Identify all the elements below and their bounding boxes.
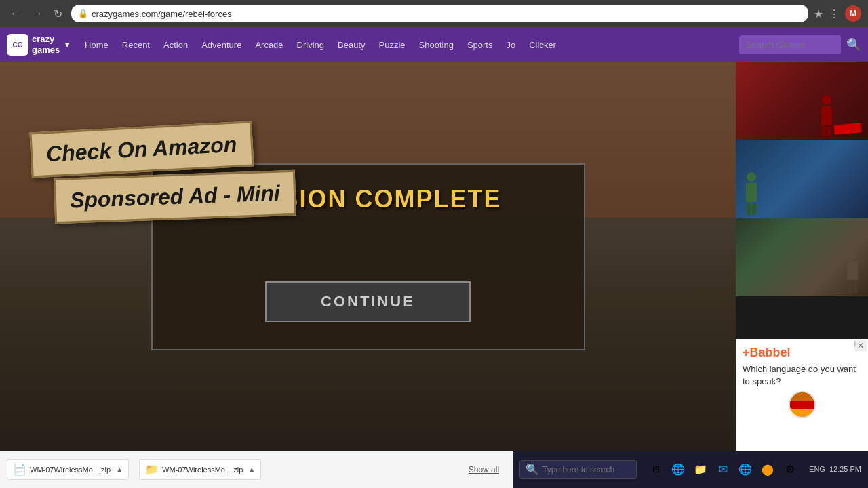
url-text: crazygames.com/game/rebel-forces xyxy=(92,9,232,19)
nav-beauty[interactable]: Beauty xyxy=(331,40,372,50)
reload-button[interactable]: ↻ xyxy=(50,6,66,22)
game-area: Check On Amazon Sponsored Ad - Mini MISS… xyxy=(0,62,736,451)
taskbar-search-input[interactable] xyxy=(542,465,631,474)
download-chevron-1[interactable]: ▲ xyxy=(116,466,123,473)
logo-text: crazy games xyxy=(32,34,60,55)
browser-icon[interactable]: 🌐 xyxy=(735,460,755,480)
user-avatar[interactable]: M xyxy=(845,5,861,22)
mail-icon[interactable]: ✉ xyxy=(713,460,733,480)
ad-panel: ✕ i +Babbel Which language do you want t… xyxy=(736,339,868,451)
ad-tagline: Which language do you want to speak? xyxy=(743,363,861,388)
game-thumbnail-3[interactable] xyxy=(736,218,868,296)
download-item-2[interactable]: 📁 WM-07WirelessMo....zip ▲ xyxy=(139,459,261,480)
ad-flag xyxy=(789,391,816,418)
search-icon[interactable]: 🔍 xyxy=(846,37,861,52)
nav-sports[interactable]: Sports xyxy=(460,40,500,50)
download-item-1[interactable]: 📄 WM-07WirelessMo....zip ▲ xyxy=(7,459,129,480)
download-name-2: WM-07WirelessMo....zip xyxy=(162,466,243,474)
lang-indicator: ENG xyxy=(809,465,825,473)
taskview-icon[interactable]: ⊞ xyxy=(646,460,666,480)
taskbar-search-area: 🔍 xyxy=(519,460,637,479)
sys-tray: ENG 12:25 PM xyxy=(809,464,861,474)
nav-action[interactable]: Action xyxy=(157,40,195,50)
forward-button[interactable]: → xyxy=(28,6,46,21)
win-taskbar-icons: ⊞ 🌐 📁 ✉ 🌐 ⬤ ⚙ xyxy=(642,460,804,480)
search-input[interactable] xyxy=(739,35,841,54)
continue-button[interactable]: CONTINUE xyxy=(265,281,471,322)
explorer-icon[interactable]: 📁 xyxy=(690,460,711,480)
show-all-button[interactable]: Show all xyxy=(469,465,499,474)
download-file-icon-1: 📄 xyxy=(13,463,26,476)
download-zip-icon-2: 📁 xyxy=(145,463,159,476)
profile-icon[interactable]: ⋮ xyxy=(829,7,840,20)
ad-close-button[interactable]: ✕ xyxy=(854,340,867,351)
nav-bar: CG crazy games ▼ Home Recent Action Adve… xyxy=(0,27,868,62)
sidebar-thumbnails: ✕ i +Babbel Which language do you want t… xyxy=(736,62,868,451)
nav-puzzle[interactable]: Puzzle xyxy=(372,40,412,50)
edge-icon[interactable]: 🌐 xyxy=(668,460,688,480)
download-bar: 📄 WM-07WirelessMo....zip ▲ 📁 WM-07Wirele… xyxy=(0,451,513,488)
full-taskbar: 📄 WM-07WirelessMo....zip ▲ 📁 WM-07Wirele… xyxy=(0,451,868,488)
game-overlay: Check On Amazon Sponsored Ad - Mini MISS… xyxy=(0,62,736,451)
logo-area[interactable]: CG crazy games ▼ xyxy=(7,34,71,56)
game-thumbnail-1[interactable] xyxy=(736,62,868,140)
ad-panel-content: ✕ i +Babbel Which language do you want t… xyxy=(736,339,868,451)
ad-brand: +Babbel xyxy=(743,346,861,360)
game-thumbnail-2[interactable] xyxy=(736,140,868,218)
nav-recent[interactable]: Recent xyxy=(115,40,157,50)
nav-links: Home Recent Action Adventure Arcade Driv… xyxy=(78,40,739,50)
main-content: Check On Amazon Sponsored Ad - Mini MISS… xyxy=(0,62,868,451)
taskbar-right: 🔍 ⊞ 🌐 📁 ✉ 🌐 ⬤ ⚙ ENG 12:25 PM xyxy=(513,451,868,488)
download-chevron-2[interactable]: ▲ xyxy=(248,466,255,473)
ad-info-icon: i xyxy=(854,340,856,348)
nav-adventure[interactable]: Adventure xyxy=(195,40,248,50)
nav-driving[interactable]: Driving xyxy=(290,40,331,50)
back-button[interactable]: ← xyxy=(7,6,24,21)
nav-shooting[interactable]: Shooting xyxy=(412,40,460,50)
settings-icon[interactable]: ⚙ xyxy=(780,460,800,480)
nav-clicker[interactable]: Clicker xyxy=(522,40,563,50)
taskbar-search-icon: 🔍 xyxy=(526,463,539,476)
browser-actions: ★ ⋮ xyxy=(814,7,840,20)
lock-icon: 🔒 xyxy=(78,9,88,18)
logo-icon: CG xyxy=(7,34,28,56)
browser-chrome: ← → ↻ 🔒 crazygames.com/game/rebel-forces… xyxy=(0,0,868,27)
nav-arcade[interactable]: Arcade xyxy=(248,40,290,50)
address-bar[interactable]: 🔒 crazygames.com/game/rebel-forces xyxy=(71,5,808,22)
logo-chevron-icon: ▼ xyxy=(63,40,71,49)
bookmark-icon[interactable]: ★ xyxy=(814,7,823,20)
nav-buttons: ← → ↻ xyxy=(7,6,66,22)
nav-jo[interactable]: Jo xyxy=(499,40,522,50)
clock: 12:25 PM xyxy=(829,464,861,474)
download-name-1: WM-07WirelessMo....zip xyxy=(30,466,111,474)
ad-banner-2[interactable]: Sponsored Ad - Mini xyxy=(54,170,296,224)
search-area: 🔍 xyxy=(739,35,861,54)
chrome-icon[interactable]: ⬤ xyxy=(757,460,778,480)
nav-home[interactable]: Home xyxy=(78,40,115,50)
